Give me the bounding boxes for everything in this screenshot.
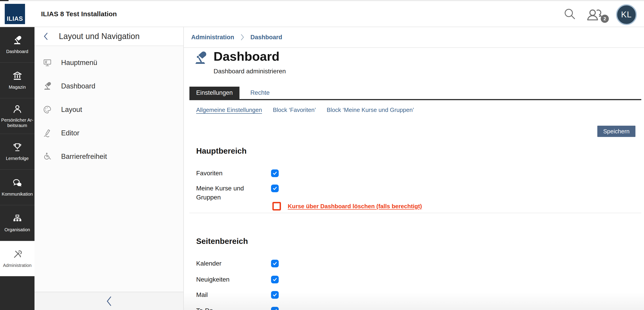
tab-rechte[interactable]: Rechte xyxy=(244,87,276,99)
panel-footer xyxy=(34,292,183,310)
chevron-right-icon xyxy=(240,34,245,41)
form-row-favoriten: Favoriten xyxy=(196,169,630,178)
section-heading: Hauptbereich xyxy=(196,146,630,156)
panel-back-chevron-icon[interactable] xyxy=(42,32,48,41)
todo-checkbox[interactable] xyxy=(271,307,279,310)
chat-icon xyxy=(12,178,22,188)
main-content: Administration Dashboard Dashboard Dashb… xyxy=(184,27,644,310)
panel-item-label: Hauptmenü xyxy=(61,59,97,67)
wheelchair-icon xyxy=(42,152,52,161)
form-label: Mail xyxy=(196,290,258,299)
kurse-loeschen-checkbox[interactable] xyxy=(272,202,281,210)
favoriten-checkbox[interactable] xyxy=(271,169,279,177)
dashboard-lamp-icon xyxy=(193,50,208,66)
subtab-bar: Allgemeine Einstellungen Block ‘Favorite… xyxy=(196,107,414,114)
ilias-logo-text: ILIAS xyxy=(7,15,23,22)
search-icon[interactable] xyxy=(563,7,577,21)
person-icon xyxy=(12,104,22,114)
collapse-panel-chevron-icon[interactable] xyxy=(106,295,112,307)
monitor-icon xyxy=(42,58,52,68)
rail-item-organisation[interactable]: Organisation xyxy=(0,205,34,241)
pen-icon xyxy=(42,128,52,138)
rail-item-label: Administration xyxy=(3,263,32,268)
panel-item-barrierefreiheit[interactable]: Barrierefreiheit xyxy=(34,149,183,164)
panel-title: Layout und Navigation xyxy=(59,32,140,41)
section-hauptbereich: Hauptbereich Favoriten Meine Kurse und G… xyxy=(196,146,630,210)
side-panel-header: Layout und Navigation xyxy=(34,27,183,46)
meine-kurse-checkbox[interactable] xyxy=(271,185,279,192)
rail-item-label: Organisation xyxy=(4,227,30,232)
form-row-todo: To-Do xyxy=(196,306,630,310)
lamp-icon xyxy=(42,82,52,91)
panel-item-label: Dashboard xyxy=(61,82,96,90)
rail-item-lernerfolge[interactable]: Lernerfolge xyxy=(0,134,34,170)
breadcrumb-dashboard[interactable]: Dashboard xyxy=(250,34,282,41)
panel-item-label: Layout xyxy=(61,106,82,114)
tab-einstellungen[interactable]: Einstellungen xyxy=(190,87,240,99)
tab-bar: Einstellungen Rechte xyxy=(190,87,276,99)
section-heading: Seitenbereich xyxy=(196,236,630,246)
rail-item-persoenlicher-arbeitsraum[interactable]: Persönlicher Ar­beitsraum xyxy=(0,98,34,134)
form-label: Meine Kurse und Gruppen xyxy=(196,184,258,202)
main-rail: Dashboard Magazin Persönlicher Ar­beitsr… xyxy=(0,27,34,310)
form-row-meine-kurse: Meine Kurse und Gruppen xyxy=(196,184,630,202)
kalender-checkbox[interactable] xyxy=(271,260,279,267)
form-row-kalender: Kalender xyxy=(196,259,630,268)
section-divider xyxy=(190,213,641,213)
form-row-neuigkeiten: Neuigkeiten xyxy=(196,275,630,284)
panel-item-layout[interactable]: Layout xyxy=(34,102,183,117)
page-subtitle: Dashboard administrieren xyxy=(214,68,286,75)
breadcrumb: Administration Dashboard xyxy=(184,27,644,48)
rail-item-label: Lernerfolge xyxy=(6,156,29,161)
trophy-icon xyxy=(12,142,22,153)
ilias-admin-window: ILIAS ILIAS 8 Test Installation 2 KL xyxy=(0,0,644,310)
rail-item-dashboard[interactable]: Dashboard xyxy=(0,27,34,63)
breadcrumb-administration[interactable]: Administration xyxy=(191,34,234,41)
lamp-icon xyxy=(12,35,22,46)
subtab-allgemeine-einstellungen[interactable]: Allgemeine Einstellungen xyxy=(196,107,262,114)
kurse-loeschen-label[interactable]: Kurse über Dashboard löschen (falls bere… xyxy=(288,203,422,210)
avatar-initials: KL xyxy=(621,10,632,20)
online-count-badge: 2 xyxy=(601,15,609,23)
sitemap-icon xyxy=(12,213,22,224)
rail-item-label: Persönlicher Ar­beitsraum xyxy=(1,117,34,128)
panel-item-label: Barrierefreiheit xyxy=(61,153,107,161)
rail-item-kommunikation[interactable]: Kommunikation xyxy=(0,170,34,205)
tools-icon xyxy=(12,249,22,259)
rail-item-label: Kommunikation xyxy=(2,191,33,197)
mail-checkbox[interactable] xyxy=(271,291,279,299)
subtab-block-meine-kurse-und-gruppen[interactable]: Block ‘Meine Kurse und Gruppen’ xyxy=(327,107,414,114)
installation-title: ILIAS 8 Test Installation xyxy=(41,1,117,27)
form-label: To-Do xyxy=(196,306,258,310)
panel-list: Hauptmenü Dashboard xyxy=(34,46,183,164)
form-label: Favoriten xyxy=(196,169,258,178)
panel-item-editor[interactable]: Editor xyxy=(34,125,183,141)
neuigkeiten-checkbox[interactable] xyxy=(271,276,279,283)
palette-icon xyxy=(42,105,52,114)
header-bar: ILIAS ILIAS 8 Test Installation 2 KL xyxy=(0,1,644,27)
ilias-logo[interactable]: ILIAS xyxy=(5,4,25,24)
panel-item-dashboard[interactable]: Dashboard xyxy=(34,79,183,94)
section-seitenbereich: Seitenbereich Kalender Neuigkeiten Mail xyxy=(196,236,630,310)
page-title: Dashboard xyxy=(214,49,280,64)
form-row-mail: Mail xyxy=(196,290,630,299)
user-avatar[interactable]: KL xyxy=(616,4,637,25)
form-label: Neuigkeiten xyxy=(196,275,258,284)
subtab-block-favoriten[interactable]: Block ‘Favoriten’ xyxy=(273,107,316,114)
alert-option-row: Kurse über Dashboard löschen (falls bere… xyxy=(272,202,630,210)
panel-item-label: Editor xyxy=(61,129,79,137)
save-button[interactable]: Speichern xyxy=(597,126,636,137)
rail-item-label: Dashboard xyxy=(6,49,28,54)
side-panel: Layout und Navigation Hauptmenü Dashboa xyxy=(34,27,184,310)
rail-item-administration[interactable]: Administration xyxy=(0,241,34,277)
tab-rule xyxy=(190,99,641,100)
form-label: Kalender xyxy=(196,259,258,268)
rail-item-magazin[interactable]: Magazin xyxy=(0,63,34,98)
rail-item-label: Magazin xyxy=(9,84,26,90)
panel-item-hauptmenu[interactable]: Hauptmenü xyxy=(34,55,183,70)
bank-icon xyxy=(12,71,22,81)
